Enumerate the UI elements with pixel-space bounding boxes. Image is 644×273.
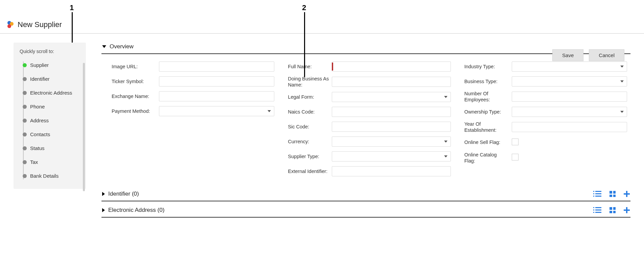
chevron-right-icon xyxy=(102,208,105,212)
cancel-button[interactable]: Cancel xyxy=(589,49,624,61)
sidebar-item-label: Contacts xyxy=(30,131,50,137)
app-logo-icon xyxy=(6,21,14,28)
section-overview-title: Overview xyxy=(110,43,134,50)
grid-view-icon[interactable] xyxy=(610,207,616,213)
section-electronic-address: Electronic Address (0) xyxy=(101,203,630,218)
chevron-down-icon xyxy=(102,45,106,48)
sidebar-item-label: Phone xyxy=(30,104,45,109)
sidebar-item-label: Identifier xyxy=(30,76,50,82)
input-full-name[interactable] xyxy=(332,61,451,72)
input-year-establishment[interactable] xyxy=(512,122,627,132)
label-payment-method: Payment Method: xyxy=(112,108,159,114)
label-exchange-name: Exchange Name: xyxy=(112,93,159,99)
select-industry-type[interactable] xyxy=(512,61,627,72)
sidebar-item-identifier[interactable]: Identifier xyxy=(21,72,82,86)
select-ownership-type[interactable] xyxy=(512,107,627,117)
sidebar-item-label: Status xyxy=(30,145,45,151)
sidebar-item-electronic-address[interactable]: Electronic Address xyxy=(21,86,82,100)
select-business-type[interactable] xyxy=(512,76,627,86)
sidebar-title: Quickly scroll to: xyxy=(20,49,82,54)
label-online-sell-flag: Online Sell Flag: xyxy=(464,139,512,145)
list-view-icon[interactable] xyxy=(595,207,601,213)
add-icon[interactable] xyxy=(624,207,630,213)
section-overview-header[interactable]: Overview xyxy=(101,40,630,54)
chevron-right-icon xyxy=(102,192,105,196)
list-view-icon[interactable] xyxy=(595,191,601,197)
callout-2: 2 xyxy=(302,3,306,12)
sidebar-item-supplier[interactable]: Supplier xyxy=(21,58,82,72)
label-online-catalog-flag: Online Catalog Flag: xyxy=(464,152,512,164)
input-dba-name[interactable] xyxy=(332,77,451,87)
overview-form: Image URL: Ticker Symbol: Exchange Name: xyxy=(101,54,630,185)
input-exchange-name[interactable] xyxy=(159,91,274,101)
label-ticker-symbol: Ticker Symbol: xyxy=(112,78,159,84)
label-supplier-type: Supplier Type: xyxy=(288,153,332,159)
input-external-identifier[interactable] xyxy=(332,166,451,176)
label-year-establishment: Year Of Establishment: xyxy=(464,121,512,133)
label-industry-type: Industry Type: xyxy=(464,64,512,70)
label-currency: Currency: xyxy=(288,139,332,145)
section-electronic-address-title: Electronic Address (0) xyxy=(108,207,164,214)
input-naics-code[interactable] xyxy=(332,107,451,117)
input-ticker-symbol[interactable] xyxy=(159,76,274,86)
action-bar: Save Cancel xyxy=(552,49,624,61)
scroll-to-sidebar: Quickly scroll to: Supplier Identifier E… xyxy=(14,43,86,189)
select-payment-method[interactable] xyxy=(159,106,274,116)
select-legal-form[interactable] xyxy=(332,92,451,102)
input-sic-code[interactable] xyxy=(332,122,451,132)
sidebar-scrollbar[interactable] xyxy=(83,63,85,191)
section-overview: Overview Image URL: Ticker Symbol: xyxy=(101,40,630,185)
required-marker-icon xyxy=(332,63,333,71)
sidebar-item-contacts[interactable]: Contacts xyxy=(21,127,82,141)
sidebar-item-tax[interactable]: Tax xyxy=(21,155,82,169)
label-full-name: Full Name: xyxy=(288,64,332,70)
input-num-employees[interactable] xyxy=(512,92,627,102)
sidebar-item-address[interactable]: Address xyxy=(21,114,82,127)
checkbox-online-sell-flag[interactable] xyxy=(512,139,519,145)
sidebar-item-label: Bank Details xyxy=(30,173,59,179)
select-currency[interactable] xyxy=(332,136,451,147)
label-num-employees: Number Of Employees: xyxy=(464,91,512,103)
label-ownership-type: Ownership Type: xyxy=(464,109,512,115)
section-electronic-address-header[interactable]: Electronic Address (0) xyxy=(101,203,630,218)
section-identifier: Identifier (0) xyxy=(101,187,630,201)
save-button[interactable]: Save xyxy=(552,49,583,61)
section-identifier-header[interactable]: Identifier (0) xyxy=(101,187,630,201)
sidebar-item-label: Address xyxy=(30,118,49,123)
label-external-identifier: External Identifier: xyxy=(288,168,332,174)
callout-1: 1 xyxy=(70,3,74,12)
page-header: New Supplier xyxy=(0,17,644,34)
sidebar-item-bank-details[interactable]: Bank Details xyxy=(21,169,82,183)
label-sic-code: Sic Code: xyxy=(288,124,332,130)
sidebar-nav-list: Supplier Identifier Electronic Address P… xyxy=(20,58,82,183)
label-dba-name: Doing Business As Name: xyxy=(288,76,332,88)
label-legal-form: Legal Form: xyxy=(288,94,332,100)
input-image-url[interactable] xyxy=(159,61,274,72)
label-business-type: Business Type: xyxy=(464,78,512,84)
sidebar-item-status[interactable]: Status xyxy=(21,141,82,155)
select-supplier-type[interactable] xyxy=(332,151,451,162)
label-naics-code: Naics Code: xyxy=(288,109,332,115)
checkbox-online-catalog-flag[interactable] xyxy=(512,154,519,160)
section-identifier-title: Identifier (0) xyxy=(108,191,139,197)
sidebar-item-label: Supplier xyxy=(30,62,49,68)
label-image-url: Image URL: xyxy=(112,64,159,70)
sidebar-item-label: Tax xyxy=(30,159,38,165)
page-title: New Supplier xyxy=(18,20,62,29)
sidebar-item-phone[interactable]: Phone xyxy=(21,100,82,114)
grid-view-icon[interactable] xyxy=(610,191,616,197)
add-icon[interactable] xyxy=(624,191,630,197)
sidebar-item-label: Electronic Address xyxy=(30,90,72,96)
